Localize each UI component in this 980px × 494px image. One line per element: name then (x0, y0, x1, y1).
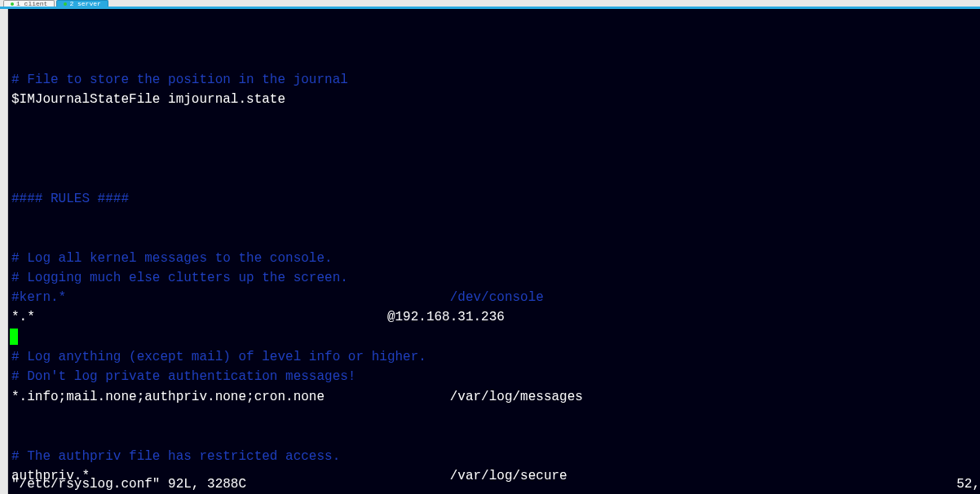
comment-line: # Don't log private authentication messa… (11, 369, 355, 384)
tab-bar: 1 client 2 server (0, 0, 980, 7)
rule-target: /dev/console (450, 290, 544, 305)
tab-client[interactable]: 1 client (3, 0, 55, 7)
vim-status-file: "/etc/rsyslog.conf" 92L, 3288C (11, 474, 980, 494)
comment-line: # Log anything (except mail) of level in… (11, 350, 426, 364)
config-line: $IMJournalStateFile imjournal.state (11, 92, 285, 107)
tab-server[interactable]: 2 server (56, 0, 108, 7)
comment-line: # The authpriv file has restricted acces… (11, 449, 340, 464)
status-dot-icon (11, 2, 14, 6)
comment-line: # Logging much else clutters up the scre… (11, 271, 348, 285)
comment-line: # Log all kernel messages to the console… (11, 251, 333, 266)
rule-selector: #kern.* (11, 290, 66, 305)
cursor-block (10, 329, 18, 345)
left-gutter (0, 9, 8, 494)
rule-selector: *.* (11, 310, 35, 324)
rule-selector: *.info;mail.none;authpriv.none;cron.none (11, 390, 324, 404)
terminal-viewport[interactable]: # File to store the position in the jour… (8, 9, 980, 494)
comment-line: # File to store the position in the jour… (11, 73, 348, 87)
vim-status-pos: 52, (956, 474, 980, 494)
rule-target: @192.168.31.236 (387, 310, 505, 324)
status-dot-icon (64, 2, 67, 6)
rule-target: /var/log/messages (450, 390, 583, 404)
section-header: #### RULES #### (11, 192, 129, 206)
